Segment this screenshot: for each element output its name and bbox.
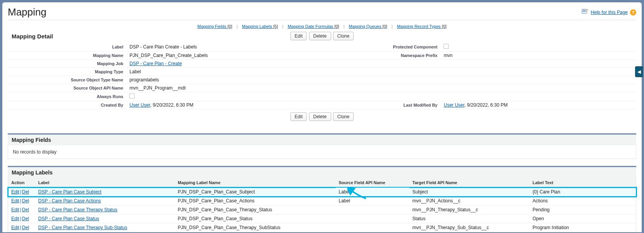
svg-rect-0 bbox=[582, 9, 587, 14]
mapping-labels-section: Mapping Labels Action Label Mapping Labe… bbox=[8, 166, 636, 232]
field-label: Source Object API Name bbox=[8, 84, 127, 92]
row-edit-link[interactable]: Edit bbox=[11, 225, 19, 230]
table-row: Edit|Del DSP - Care Plan Case Therapy Su… bbox=[8, 223, 636, 232]
row-label-link[interactable]: DSP - Care Plan Case Status bbox=[38, 216, 99, 221]
field-value: PJN_DSP_Care_Plan_Create_Labels bbox=[127, 52, 322, 60]
row-mname: PJN_DSP_Care_Plan_Case_Subject bbox=[175, 188, 336, 197]
row-del-link[interactable]: Del bbox=[22, 216, 29, 221]
field-label: Mapping Job bbox=[8, 60, 127, 68]
detail-section-title: Mapping Detail bbox=[8, 33, 109, 40]
created-by-ts: , 9/20/2022, 6:30 PM bbox=[150, 102, 193, 108]
created-by-user-link[interactable]: User User bbox=[129, 102, 150, 108]
table-row: Edit|Del DSP - Care Plan Case Subject PJ… bbox=[8, 188, 636, 197]
field-label: Source Object Type Name bbox=[8, 76, 127, 84]
field-value: Label bbox=[127, 68, 322, 76]
col-label: Label bbox=[35, 178, 175, 188]
row-mname: PJN_DSP_Care_Plan_Case_Actions bbox=[175, 197, 336, 205]
col-target-field: Target Field API Name bbox=[409, 178, 530, 188]
row-text: Pending bbox=[530, 205, 636, 214]
table-row: Edit|Del DSP - Care Plan Case Therapy St… bbox=[8, 205, 636, 214]
field-value: programlabels bbox=[127, 76, 322, 84]
mapping-job-link[interactable]: DSP - Care Plan - Create bbox=[129, 61, 182, 66]
col-source-field: Source Field API Name bbox=[336, 178, 409, 188]
row-src bbox=[336, 223, 409, 232]
table-row: Edit|Del DSP - Care Plan Case Status PJN… bbox=[8, 214, 636, 223]
field-label: Always Runs bbox=[8, 92, 127, 101]
row-edit-link[interactable]: Edit bbox=[11, 207, 19, 212]
help-question-icon[interactable]: ? bbox=[630, 9, 636, 16]
col-label-text: Label Text bbox=[530, 178, 636, 188]
clone-button-bottom[interactable]: Clone bbox=[333, 112, 354, 121]
row-tgt: Subject bbox=[409, 188, 530, 197]
field-value: DSP - Care Plan Create - Labels bbox=[127, 43, 322, 52]
field-value: mvn__PJN_Program__mdt bbox=[127, 84, 322, 92]
row-edit-link[interactable]: Edit bbox=[11, 189, 19, 195]
row-del-link[interactable]: Del bbox=[22, 189, 29, 195]
field-label: Label bbox=[8, 43, 127, 52]
always-runs-checkbox bbox=[129, 93, 135, 98]
row-del-link[interactable]: Del bbox=[22, 198, 29, 204]
protected-checkbox bbox=[444, 44, 449, 49]
row-label-link[interactable]: DSP - Care Plan Case Therapy Sub-Status bbox=[38, 225, 128, 230]
col-mapping-label-name: Mapping Label Name bbox=[175, 178, 336, 188]
field-value: mvn bbox=[441, 52, 636, 60]
help-link[interactable]: Help for this Page bbox=[591, 10, 628, 15]
col-action: Action bbox=[8, 178, 35, 188]
rel-link-labels[interactable]: Mapping Labels [5] bbox=[242, 24, 278, 29]
mapping-labels-table: Action Label Mapping Label Name Source F… bbox=[8, 178, 636, 232]
row-del-link[interactable]: Del bbox=[22, 207, 29, 212]
field-label: Protected Component bbox=[322, 43, 441, 52]
row-text: Program Initiation bbox=[530, 223, 636, 232]
related-list-links: Mapping Fields [0] | Mapping Labels [5] … bbox=[8, 20, 636, 32]
side-expand-tab[interactable]: ◀ bbox=[635, 66, 643, 77]
row-label-link[interactable]: DSP - Care Plan Case Therapy Status bbox=[38, 207, 117, 212]
row-tgt: mvn__PJN_Therapy_Status__c bbox=[409, 205, 530, 214]
row-label-link[interactable]: DSP - Care Plan Case Subject bbox=[38, 189, 102, 195]
row-src: Label bbox=[336, 197, 409, 205]
row-label-link[interactable]: DSP - Care Plan Case Actions bbox=[38, 198, 101, 204]
row-mname: PJN_DSP_Care_Plan_Case_Status bbox=[175, 214, 336, 223]
modified-by-user-link[interactable]: User User bbox=[444, 102, 464, 108]
rel-link-queues[interactable]: Mapping Queues [0] bbox=[349, 24, 387, 29]
clone-button[interactable]: Clone bbox=[333, 32, 354, 40]
mapping-fields-title: Mapping Fields bbox=[8, 133, 636, 145]
edit-button[interactable]: Edit bbox=[290, 32, 307, 40]
delete-button[interactable]: Delete bbox=[309, 32, 331, 40]
page-title: Mapping bbox=[8, 6, 47, 18]
detail-table: Label DSP - Care Plan Create - Labels Pr… bbox=[8, 43, 636, 109]
mapping-fields-empty: No records to display bbox=[8, 145, 636, 159]
chevron-left-icon: ◀ bbox=[637, 69, 641, 74]
delete-button-bottom[interactable]: Delete bbox=[309, 112, 331, 121]
mapping-fields-section: Mapping Fields No records to display bbox=[8, 133, 636, 159]
field-label: Created By bbox=[8, 101, 127, 109]
field-label: Last Modified By bbox=[322, 101, 441, 109]
edit-button-bottom[interactable]: Edit bbox=[290, 112, 307, 121]
mapping-labels-title: Mapping Labels bbox=[8, 166, 636, 178]
row-mname: PJN_DSP_Care_Plan_Case_Therapy_SubStatus bbox=[175, 223, 336, 232]
row-src bbox=[336, 214, 409, 223]
row-text: {0} Care Plan bbox=[530, 188, 636, 197]
row-edit-link[interactable]: Edit bbox=[11, 198, 19, 204]
field-label: Namespace Prefix bbox=[322, 52, 441, 60]
rel-link-fields[interactable]: Mapping Fields [0] bbox=[197, 24, 232, 29]
field-label: Mapping Name bbox=[8, 52, 127, 60]
help-page-icon bbox=[582, 9, 589, 16]
field-label: Mapping Type bbox=[8, 68, 127, 76]
row-text: Actions bbox=[530, 197, 636, 205]
row-edit-link[interactable]: Edit bbox=[11, 216, 19, 221]
row-tgt: mvn__PJN_Actions__c bbox=[409, 197, 530, 205]
row-src: Label bbox=[339, 189, 350, 195]
row-text: Open bbox=[530, 214, 636, 223]
modified-by-ts: , 9/20/2022, 6:30 PM bbox=[464, 102, 508, 108]
row-src bbox=[336, 205, 409, 214]
rel-link-date-formulas[interactable]: Mapping Date Formulas [0] bbox=[288, 24, 339, 29]
rel-link-record-types[interactable]: Mapping Record Types [0] bbox=[397, 24, 447, 29]
table-row: Edit|Del DSP - Care Plan Case Actions PJ… bbox=[8, 197, 636, 205]
row-mname: PJN_DSP_Care_Plan_Case_Therapy_Status bbox=[175, 205, 336, 214]
row-tgt: Status bbox=[409, 214, 530, 223]
row-del-link[interactable]: Del bbox=[22, 225, 29, 230]
row-tgt: mvn__PJN_Therapy_Sub_Status__c bbox=[409, 223, 530, 232]
